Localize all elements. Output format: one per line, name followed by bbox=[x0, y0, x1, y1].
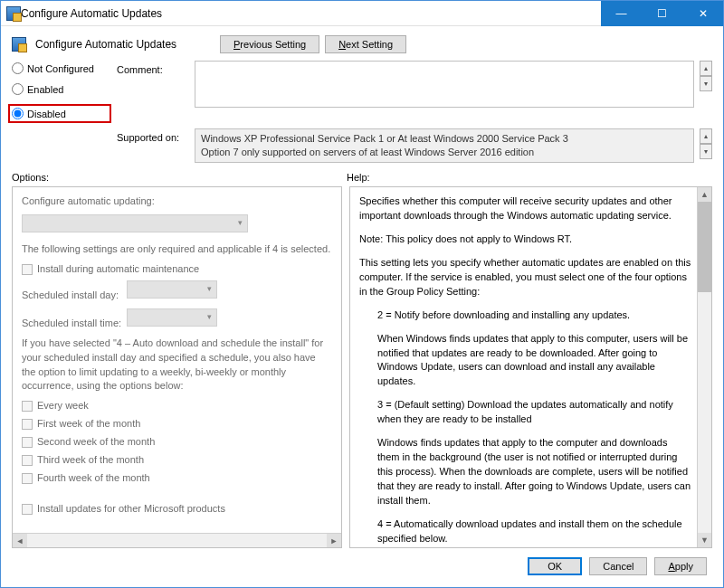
window-title: Configure Automatic Updates bbox=[21, 7, 601, 20]
scroll-left-icon[interactable]: ◄ bbox=[13, 534, 27, 547]
supported-on-text: Windows XP Professional Service Pack 1 o… bbox=[195, 128, 694, 163]
supported-spinner[interactable]: ▴▾ bbox=[700, 128, 712, 159]
week-third-checkbox[interactable]: Third week of the month bbox=[22, 453, 332, 468]
titlebar: Configure Automatic Updates — ☐ ✕ bbox=[1, 1, 723, 26]
week-every-checkbox[interactable]: Every week bbox=[22, 399, 332, 413]
install-during-maintenance-checkbox[interactable]: Install during automatic maintenance bbox=[22, 262, 332, 277]
other-ms-products-checkbox[interactable]: Install updates for other Microsoft prod… bbox=[22, 502, 332, 517]
help-text: This setting lets you specify whether au… bbox=[359, 256, 691, 299]
week-first-checkbox[interactable]: First week of the month bbox=[22, 417, 332, 432]
radio-enabled[interactable]: Enabled bbox=[12, 83, 111, 95]
section-labels: Options: Help: bbox=[1, 168, 723, 186]
comment-label: Comment: bbox=[117, 61, 189, 75]
help-text: Specifies whether this computer will rec… bbox=[359, 194, 691, 223]
apply-button[interactable]: Apply bbox=[654, 557, 707, 575]
gpo-icon bbox=[12, 37, 26, 52]
top-config-grid: Not Configured Enabled Disabled Comment:… bbox=[1, 61, 723, 168]
help-text: When Windows finds updates that apply to… bbox=[359, 332, 691, 390]
help-text: 2 = Notify before downloading and instal… bbox=[359, 308, 691, 323]
state-radio-group: Not Configured Enabled Disabled bbox=[12, 61, 111, 123]
dialog-footer: OK Cancel Apply bbox=[1, 548, 723, 575]
close-button[interactable]: ✕ bbox=[682, 1, 723, 26]
scheduled-time-select[interactable] bbox=[127, 308, 217, 327]
supported-label: Supported on: bbox=[117, 128, 189, 143]
scheduled-day-row: Scheduled install day: bbox=[22, 280, 332, 303]
scroll-down-icon[interactable]: ▼ bbox=[698, 533, 711, 547]
maximize-button[interactable]: ☐ bbox=[642, 1, 682, 26]
next-setting-button[interactable]: Next Setting bbox=[325, 35, 406, 53]
cancel-button[interactable]: Cancel bbox=[589, 557, 647, 575]
help-vertical-scrollbar[interactable]: ▲ ▼ bbox=[697, 187, 711, 547]
help-pane: Specifies whether this computer will rec… bbox=[349, 186, 712, 548]
window-controls: — ☐ ✕ bbox=[601, 1, 723, 26]
header: Configure Automatic Updates Previous Set… bbox=[1, 26, 723, 61]
previous-setting-button[interactable]: Previous Setting bbox=[220, 35, 319, 53]
help-label: Help: bbox=[347, 172, 370, 183]
help-text: Windows finds updates that apply to the … bbox=[359, 436, 691, 508]
scroll-thumb[interactable] bbox=[698, 202, 711, 292]
schedule-note: If you have selected "4 – Auto download … bbox=[22, 337, 332, 394]
week-second-checkbox[interactable]: Second week of the month bbox=[22, 435, 332, 450]
gpo-icon bbox=[6, 6, 21, 21]
scheduled-day-select[interactable] bbox=[127, 280, 217, 299]
minimize-button[interactable]: — bbox=[601, 1, 642, 26]
comment-textbox[interactable] bbox=[195, 61, 694, 108]
comment-spinner[interactable]: ▴▾ bbox=[700, 61, 712, 91]
scheduled-day-label: Scheduled install day: bbox=[22, 289, 119, 300]
scroll-up-icon[interactable]: ▲ bbox=[698, 187, 711, 202]
options-horizontal-scrollbar[interactable]: ◄ ► bbox=[13, 533, 341, 547]
configure-updating-select[interactable] bbox=[22, 214, 248, 232]
options-label: Options: bbox=[12, 172, 347, 183]
setting-name: Configure Automatic Updates bbox=[35, 38, 176, 51]
scroll-right-icon[interactable]: ► bbox=[327, 534, 341, 547]
radio-not-configured[interactable]: Not Configured bbox=[12, 62, 111, 74]
note-if-4: The following settings are only required… bbox=[22, 242, 332, 257]
week-fourth-checkbox[interactable]: Fourth week of the month bbox=[22, 471, 332, 486]
options-pane: Configure automatic updating: The follow… bbox=[12, 186, 342, 548]
help-text: Note: This policy does not apply to Wind… bbox=[359, 232, 691, 247]
ok-button[interactable]: OK bbox=[528, 557, 582, 575]
help-text: 4 = Automatically download updates and i… bbox=[359, 517, 691, 546]
scheduled-time-label: Scheduled install time: bbox=[22, 318, 121, 328]
configure-updating-label: Configure automatic updating: bbox=[22, 194, 332, 209]
body-panes: Configure automatic updating: The follow… bbox=[1, 186, 723, 548]
radio-disabled[interactable]: Disabled bbox=[8, 104, 111, 123]
scheduled-time-row: Scheduled install time: bbox=[22, 308, 332, 331]
help-text: 3 = (Default setting) Download the updat… bbox=[359, 398, 691, 427]
